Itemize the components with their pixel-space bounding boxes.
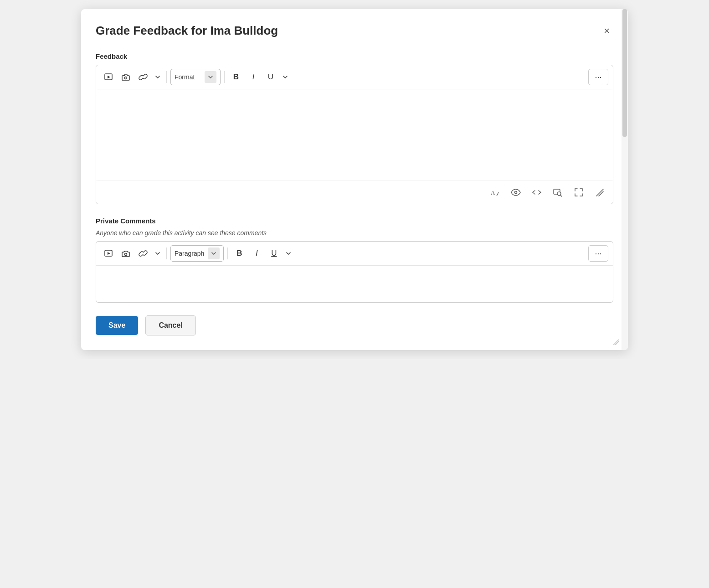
private-format-label: Paragraph bbox=[175, 250, 204, 257]
private-insert-dropdown-button[interactable] bbox=[153, 246, 163, 261]
find-button[interactable] bbox=[550, 185, 565, 200]
feedback-label: Feedback bbox=[96, 52, 613, 60]
modal-header: Grade Feedback for Ima Bulldog × bbox=[96, 24, 613, 38]
spellcheck-button[interactable]: A bbox=[487, 185, 503, 200]
more-options-button[interactable]: ··· bbox=[588, 69, 608, 85]
private-comments-toolbar: Paragraph B I U ··· bbox=[96, 242, 613, 266]
draw-button[interactable] bbox=[592, 185, 607, 200]
media-button[interactable] bbox=[101, 69, 116, 85]
private-comments-section: Private Comments Anyone who can grade th… bbox=[96, 217, 613, 303]
feedback-editor: Format B I U ··· bbox=[96, 65, 613, 204]
feedback-format-select[interactable]: Format bbox=[170, 69, 221, 85]
underline-button[interactable]: U bbox=[263, 69, 278, 85]
private-format-select[interactable]: Paragraph bbox=[170, 245, 224, 262]
private-link-button[interactable] bbox=[135, 246, 151, 261]
feedback-bottom-toolbar: A bbox=[96, 181, 613, 204]
modal-footer: Save Cancel bbox=[96, 315, 613, 335]
svg-text:A: A bbox=[491, 189, 495, 196]
text-style-dropdown-button[interactable] bbox=[280, 69, 290, 85]
svg-point-5 bbox=[515, 191, 517, 194]
private-toolbar-divider-2 bbox=[227, 248, 228, 259]
feedback-format-label: Format bbox=[175, 73, 201, 81]
modal-title: Grade Feedback for Ima Bulldog bbox=[96, 24, 278, 38]
close-button[interactable]: × bbox=[600, 24, 613, 38]
toolbar-divider-2 bbox=[224, 71, 225, 83]
private-comments-label: Private Comments bbox=[96, 217, 613, 225]
feedback-content-area[interactable] bbox=[96, 89, 613, 181]
toolbar-divider-1 bbox=[166, 71, 167, 83]
fullscreen-button[interactable] bbox=[571, 185, 586, 200]
scrollbar-track[interactable] bbox=[622, 9, 628, 350]
private-toolbar-divider-1 bbox=[166, 248, 167, 259]
private-more-options-label: ··· bbox=[595, 249, 601, 258]
scrollbar-thumb bbox=[622, 9, 627, 137]
private-media-button[interactable] bbox=[101, 246, 116, 261]
insert-dropdown-button[interactable] bbox=[153, 69, 163, 85]
svg-line-10 bbox=[599, 191, 603, 196]
link-button[interactable] bbox=[135, 69, 151, 85]
bold-button[interactable]: B bbox=[228, 69, 244, 85]
svg-line-4 bbox=[497, 192, 498, 196]
private-comments-content-area[interactable] bbox=[96, 266, 613, 302]
private-comments-editor: Paragraph B I U ··· bbox=[96, 241, 613, 303]
private-italic-button[interactable]: I bbox=[249, 246, 264, 261]
private-text-style-dropdown-button[interactable] bbox=[283, 246, 293, 261]
svg-line-15 bbox=[615, 341, 619, 345]
private-underline-button[interactable]: U bbox=[266, 246, 282, 261]
private-comments-sublabel: Anyone who can grade this activity can s… bbox=[96, 229, 613, 237]
preview-button[interactable] bbox=[508, 185, 524, 200]
svg-marker-1 bbox=[108, 76, 110, 78]
private-bold-button[interactable]: B bbox=[231, 246, 247, 261]
modal-container: Grade Feedback for Ima Bulldog × Feedbac… bbox=[81, 9, 628, 350]
feedback-section: Feedback bbox=[96, 52, 613, 204]
format-dropdown-arrow bbox=[205, 71, 216, 83]
cancel-button[interactable]: Cancel bbox=[145, 315, 195, 335]
svg-point-2 bbox=[125, 77, 127, 79]
private-camera-button[interactable] bbox=[118, 246, 134, 261]
italic-button[interactable]: I bbox=[246, 69, 261, 85]
camera-button[interactable] bbox=[118, 69, 134, 85]
more-options-label: ··· bbox=[595, 72, 601, 82]
svg-marker-12 bbox=[108, 252, 110, 255]
code-view-button[interactable] bbox=[529, 185, 545, 200]
svg-line-8 bbox=[560, 195, 562, 196]
save-button[interactable]: Save bbox=[96, 316, 138, 335]
private-more-options-button[interactable]: ··· bbox=[588, 245, 608, 262]
private-format-dropdown-arrow bbox=[208, 248, 220, 259]
resize-handle[interactable] bbox=[611, 338, 619, 347]
feedback-toolbar: Format B I U ··· bbox=[96, 65, 613, 89]
svg-point-13 bbox=[125, 253, 127, 255]
